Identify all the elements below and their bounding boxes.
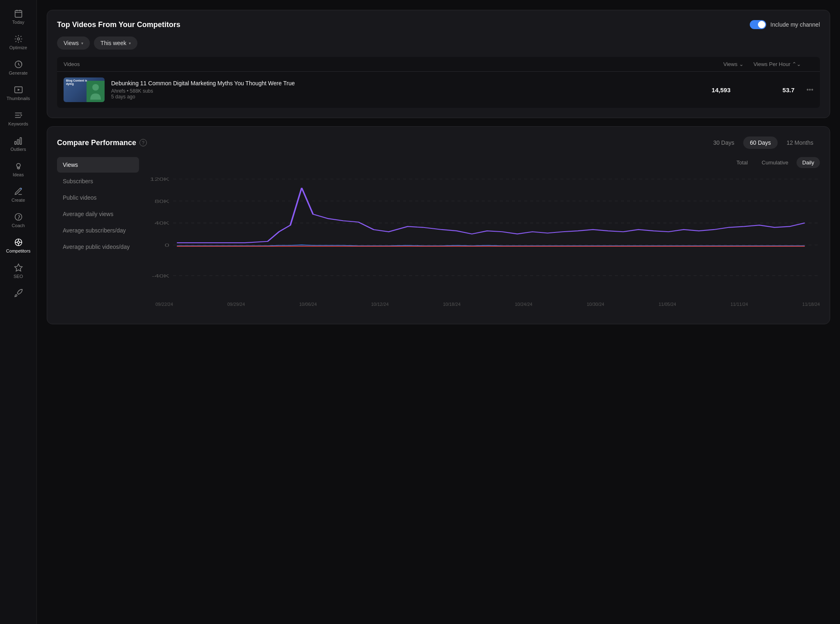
svg-text:80K: 80K xyxy=(155,198,169,204)
svg-point-19 xyxy=(17,241,20,244)
svg-point-25 xyxy=(92,84,99,91)
sidebar-item-today-label: Today xyxy=(12,20,24,25)
sidebar-item-thumbnails[interactable]: Thumbnails xyxy=(2,81,35,105)
sidebar-item-seo-label: SEO xyxy=(14,274,23,279)
sidebar-item-seo[interactable]: SEO xyxy=(2,259,35,283)
dot-separator: • xyxy=(127,88,130,94)
sidebar-item-launch[interactable] xyxy=(2,285,35,303)
svg-text:0: 0 xyxy=(164,242,169,248)
sidebar-item-optimize[interactable]: Optimize xyxy=(2,30,35,54)
sidebar-item-outliers-label: Outliers xyxy=(11,147,26,152)
chart-area: Total Cumulative Daily 120K 80K xyxy=(139,157,820,314)
rocket-icon xyxy=(14,289,23,298)
x-label-5: 10/24/24 xyxy=(515,302,532,307)
svg-rect-0 xyxy=(15,11,22,17)
metric-views[interactable]: Views xyxy=(57,157,139,173)
compare-performance-card: Compare Performance ? 30 Days 60 Days 12… xyxy=(47,126,830,324)
compare-title-row: Compare Performance ? xyxy=(57,139,147,147)
ideas-icon xyxy=(14,162,23,171)
sidebar-item-keywords-label: Keywords xyxy=(8,121,28,126)
sidebar-item-competitors-label: Competitors xyxy=(6,248,30,253)
x-label-4: 10/18/24 xyxy=(443,302,461,307)
chart-x-labels: 09/22/24 09/29/24 10/06/24 10/12/24 10/1… xyxy=(139,299,820,307)
video-views-count: 14,593 xyxy=(689,87,730,93)
total-view-button[interactable]: Total xyxy=(731,157,753,168)
metric-avg-public-videos-day[interactable]: Average public videos/day xyxy=(57,239,139,255)
sidebar-item-competitors[interactable]: Competitors xyxy=(2,234,35,257)
sidebar-item-generate[interactable]: Generate xyxy=(2,56,35,80)
views-filter-label: Views xyxy=(64,40,79,46)
sidebar-item-coach-label: Coach xyxy=(12,223,25,228)
toggle-label: Include my channel xyxy=(770,21,820,28)
svg-marker-6 xyxy=(18,89,20,91)
video-vph-count: 53.7 xyxy=(737,87,794,93)
period-filter-label: This week xyxy=(100,40,126,46)
generate-icon xyxy=(14,60,23,69)
sidebar-item-keywords[interactable]: Keywords xyxy=(2,107,35,130)
main-content: Top Videos From Your Competitors Include… xyxy=(37,0,840,624)
svg-point-13 xyxy=(16,164,20,167)
cumulative-view-button[interactable]: Cumulative xyxy=(756,157,794,168)
daily-view-button[interactable]: Daily xyxy=(797,157,820,168)
col-videos: Videos xyxy=(64,61,703,67)
optimize-icon xyxy=(14,34,23,43)
compare-title: Compare Performance xyxy=(57,139,136,147)
x-label-3: 10/12/24 xyxy=(371,302,389,307)
metric-public-videos[interactable]: Public videos xyxy=(57,190,139,205)
svg-point-17 xyxy=(18,219,18,219)
sidebar-item-thumbnails-label: Thumbnails xyxy=(7,96,30,101)
video-thumbnail: Blog Content is dying xyxy=(64,77,105,102)
period-60-days-button[interactable]: 60 Days xyxy=(743,137,777,149)
create-icon xyxy=(14,187,23,196)
views-filter-button[interactable]: Views ▾ xyxy=(57,36,90,50)
sidebar-item-ideas-label: Ideas xyxy=(13,172,24,177)
info-icon[interactable]: ? xyxy=(139,139,147,146)
video-row[interactable]: Blog Content is dying Debunking 11 Commo… xyxy=(57,72,820,108)
svg-text:40K: 40K xyxy=(155,220,169,225)
svg-rect-12 xyxy=(20,138,21,145)
more-options-button[interactable]: ••• xyxy=(801,86,813,93)
svg-rect-10 xyxy=(14,141,16,144)
compare-header: Compare Performance ? 30 Days 60 Days 12… xyxy=(57,137,820,149)
x-label-2: 10/06/24 xyxy=(299,302,317,307)
svg-point-15 xyxy=(21,188,22,189)
include-my-channel-toggle[interactable] xyxy=(750,20,766,29)
chart-svg: 120K 80K 40K 0 -40K xyxy=(139,175,820,298)
view-mode-buttons: Total Cumulative Daily xyxy=(139,157,820,168)
sidebar-item-ideas[interactable]: Ideas xyxy=(2,157,35,181)
x-label-0: 09/22/24 xyxy=(155,302,173,307)
channel-name: Ahrefs xyxy=(111,88,126,94)
svg-text:-40K: -40K xyxy=(152,273,169,278)
metric-avg-subs-day[interactable]: Average subscribers/day xyxy=(57,223,139,238)
video-title: Debunking 11 Common Digital Marketing My… xyxy=(111,80,683,87)
col-vph: Views Per Hour ⌃⌄ xyxy=(744,61,801,67)
metric-avg-daily-views[interactable]: Average daily views xyxy=(57,206,139,222)
sidebar-item-outliers[interactable]: Outliers xyxy=(2,132,35,156)
include-my-channel-toggle-row: Include my channel xyxy=(750,20,820,29)
thumb-face xyxy=(87,81,105,102)
calendar-icon xyxy=(14,9,23,18)
sort-icon: ⌄ xyxy=(739,61,744,67)
period-filter-button[interactable]: This week ▾ xyxy=(94,36,137,50)
svg-rect-11 xyxy=(17,139,19,144)
metric-subscribers[interactable]: Subscribers xyxy=(57,173,139,189)
top-videos-header: Top Videos From Your Competitors Include… xyxy=(57,20,820,29)
top-videos-card: Top Videos From Your Competitors Include… xyxy=(47,10,830,118)
chevron-down-icon: ▾ xyxy=(129,41,131,46)
sidebar-item-optimize-label: Optimize xyxy=(9,45,27,50)
svg-point-4 xyxy=(17,38,20,40)
period-12-months-button[interactable]: 12 Months xyxy=(780,137,820,149)
x-label-7: 11/05/24 xyxy=(659,302,676,307)
sidebar-item-today[interactable]: Today xyxy=(2,5,35,29)
performance-chart: 120K 80K 40K 0 -40K 09/22 xyxy=(139,175,820,314)
period-30-days-button[interactable]: 30 Days xyxy=(707,137,741,149)
sidebar-item-generate-label: Generate xyxy=(9,71,28,75)
chevron-down-icon: ▾ xyxy=(81,41,83,46)
videos-table: Videos Views ⌄ Views Per Hour ⌃⌄ Blog Co… xyxy=(57,57,820,108)
outliers-icon xyxy=(14,136,23,145)
col-views: Views ⌄ xyxy=(703,61,744,67)
top-videos-title: Top Videos From Your Competitors xyxy=(57,20,180,29)
sidebar-item-coach[interactable]: Coach xyxy=(2,208,35,232)
period-buttons: 30 Days 60 Days 12 Months xyxy=(707,137,820,149)
sidebar-item-create[interactable]: Create xyxy=(2,183,35,207)
